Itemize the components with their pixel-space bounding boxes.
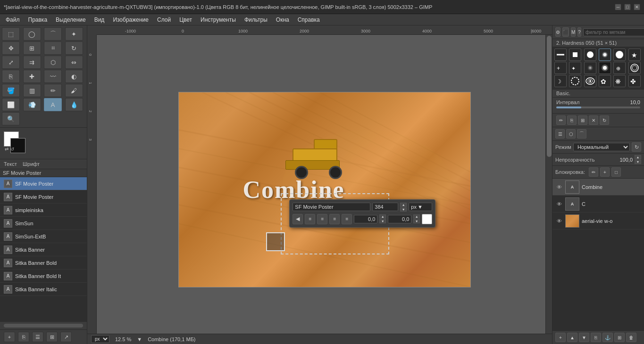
tool-scale[interactable]: ⤢	[2, 56, 20, 69]
image-canvas[interactable]: Combine ▲ ▼	[178, 92, 471, 287]
brush-tool-button[interactable]: ?	[577, 27, 581, 37]
tool-dodge[interactable]: ◐	[65, 70, 83, 83]
maximize-button[interactable]: □	[624, 4, 631, 10]
text-handle[interactable]	[266, 232, 285, 251]
brush-spacing-button[interactable]: ⬛	[562, 27, 569, 37]
brush-item-2-6[interactable]	[628, 62, 641, 74]
list-view-button[interactable]: ☰	[32, 332, 43, 342]
tool-fuzzy-select[interactable]: ✦	[65, 27, 83, 41]
tool-shear[interactable]: ⇉	[23, 56, 41, 69]
delete-layer-button[interactable]: 🗑	[626, 333, 636, 342]
font-size-spinner[interactable]: ▲ ▼	[400, 203, 407, 212]
align-justify-button[interactable]: ≡	[342, 214, 352, 224]
layer-visibility-bg[interactable]: 👁	[555, 217, 563, 225]
tool-move[interactable]: ✥	[2, 41, 20, 55]
x-up-button[interactable]: ▲	[379, 214, 386, 219]
font-item-simsun-extb[interactable]: A SimSun-ExtB	[0, 230, 87, 243]
duplicate-layer-button[interactable]: ⎘	[591, 333, 601, 342]
tool-heal[interactable]: ✚	[23, 70, 41, 83]
layers-tab-icon[interactable]: ☰	[555, 129, 565, 139]
menu-help[interactable]: Справка	[294, 16, 324, 24]
anchor-layer-button[interactable]: ⚓	[602, 333, 613, 342]
tool-gradient[interactable]: ▥	[23, 84, 41, 97]
tool-free-select[interactable]: ⌒	[44, 27, 62, 41]
refresh-brush-button[interactable]: ↻	[600, 115, 609, 125]
font-list[interactable]: A SF Movie Poster A SF Movie Poster A si…	[0, 177, 87, 322]
y-coord-input[interactable]	[388, 215, 411, 223]
font-item-simsun[interactable]: A SimSun	[0, 217, 87, 230]
tool-rect-select[interactable]: ⬚	[2, 27, 20, 41]
font-size-down-button[interactable]: ▼	[400, 207, 407, 212]
menu-edit[interactable]: Правка	[25, 16, 51, 24]
brush-options-button[interactable]: ⚙	[555, 27, 560, 37]
tool-rotate[interactable]: ↻	[65, 41, 83, 55]
tool-flip[interactable]: ⇔	[65, 56, 83, 69]
x-down-button[interactable]: ▼	[379, 219, 386, 223]
x-coord-spinner[interactable]: ▲ ▼	[379, 214, 386, 223]
duplicate-button[interactable]: ⎘	[18, 332, 29, 342]
tool-clone[interactable]: ⎘	[2, 70, 20, 83]
brush-item-line1[interactable]	[554, 49, 567, 61]
font-item-simpleiniska[interactable]: A simpleiniska	[0, 204, 87, 217]
lock-position-button[interactable]: +	[600, 167, 610, 177]
brush-item-2-4[interactable]	[599, 62, 611, 74]
canvas-area[interactable]: aerial-view... ✕ -1000 0 1000 2000 3000 …	[87, 25, 552, 344]
raise-layer-button[interactable]: ▲	[567, 333, 577, 342]
font-item-sitka-banner[interactable]: A Sitka Banner	[0, 243, 87, 256]
opacity-down[interactable]: ▼	[635, 160, 641, 164]
canvas-content[interactable]: Combine ▲ ▼	[97, 35, 552, 344]
tool-text[interactable]: A	[44, 98, 62, 111]
tool-paint[interactable]: 🖌	[65, 84, 83, 97]
unit-dropdown-icon[interactable]: ▼	[418, 204, 423, 210]
interval-bar[interactable]	[556, 106, 640, 108]
align-right-button[interactable]: ≡	[329, 214, 340, 224]
layer-mode-select[interactable]: Нормальный	[573, 143, 630, 151]
brush-item-3-6[interactable]: ✤	[628, 75, 641, 87]
text-color-swatch[interactable]	[422, 214, 432, 224]
brush-item-star[interactable]: ★	[628, 49, 641, 61]
tool-ellipse-select[interactable]: ◯	[23, 27, 41, 41]
brush-filter-input[interactable]	[583, 28, 644, 36]
brush-item-line2[interactable]	[569, 49, 581, 61]
brush-item-circle-soft[interactable]	[599, 49, 611, 61]
font-item-sitka-banner-bold[interactable]: A Sitka Banner Bold	[0, 256, 87, 270]
menu-colors[interactable]: Цвет	[176, 16, 196, 24]
menu-tools[interactable]: Инструменты	[197, 16, 240, 24]
layer-mode-refresh[interactable]: ↻	[632, 142, 641, 152]
menu-windows[interactable]: Окна	[272, 16, 293, 24]
duplicate-brush-button[interactable]: ⊞	[578, 115, 587, 125]
tool-zoom[interactable]: 🔍	[2, 112, 20, 125]
brush-item-2-1[interactable]: +	[554, 62, 567, 74]
unit-selector[interactable]: px ▼	[409, 203, 432, 211]
brush-item-circle-hard[interactable]	[584, 49, 596, 61]
opacity-spinner[interactable]: ▲ ▼	[635, 155, 641, 164]
new-item-button[interactable]: +	[4, 332, 15, 342]
tool-eyedropper[interactable]: 💧	[65, 98, 83, 111]
text-rtl-button[interactable]: ◀	[293, 214, 303, 224]
vertical-scrollbar-thumb[interactable]	[547, 36, 552, 157]
swap-colors-btn[interactable]: ⇄	[5, 147, 8, 152]
x-coord-input[interactable]	[354, 215, 377, 223]
export-button[interactable]: ↗	[60, 332, 72, 342]
reset-colors-btn[interactable]: ↺	[10, 147, 14, 152]
tool-bucket[interactable]: 🪣	[2, 84, 20, 97]
tool-smudge[interactable]: 〰	[44, 70, 62, 83]
lock-pixels-button[interactable]: ✏	[589, 167, 598, 177]
brush-item-3-3[interactable]	[584, 75, 596, 87]
tool-pencil[interactable]: ✏	[44, 84, 62, 97]
y-down-button[interactable]: ▼	[413, 219, 420, 223]
align-left-button[interactable]: ≡	[305, 214, 315, 224]
menu-image[interactable]: Изображение	[109, 16, 152, 24]
font-item-sf-movie-poster-1[interactable]: A SF Movie Poster	[0, 177, 87, 190]
window-controls[interactable]: ─ □ ✕	[615, 4, 640, 10]
font-item-sitka-banner-italic[interactable]: A Sitka Banner Italic	[0, 283, 87, 296]
minimize-button[interactable]: ─	[615, 4, 621, 10]
delete-brush-button[interactable]: ✕	[589, 115, 598, 125]
brush-item-2-2[interactable]: ✦	[569, 62, 581, 74]
menu-view[interactable]: Вид	[91, 16, 109, 24]
brush-item-2-5[interactable]: ⊕	[613, 62, 626, 74]
menu-filters[interactable]: Фильтры	[241, 16, 271, 24]
new-brush-button[interactable]: ⎘	[567, 115, 577, 125]
tool-align[interactable]: ⊞	[23, 41, 41, 55]
tool-eraser[interactable]: ⬜	[2, 98, 20, 111]
